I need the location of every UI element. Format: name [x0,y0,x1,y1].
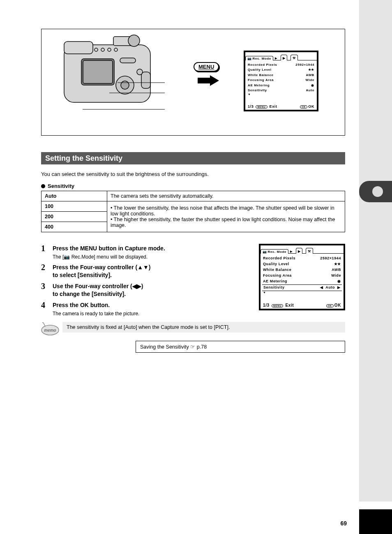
lcd-value: 2592×1944 [295,62,314,67]
lcd-tab-rec-mode: 📷 Rec. Mode [261,249,288,254]
arrow-right-icon [198,74,221,87]
lcd-label: Quality Level [248,67,272,72]
chevron-right-icon: ▶ [337,285,341,289]
iso-auto-key: Auto [42,191,107,201]
step-number: 1 [41,244,48,260]
iso-200-key: 200 [42,212,107,222]
lcd-tab-rec-mode: 📷 Rec. Mode [245,56,273,60]
bottom-black-block [359,509,392,534]
scroll-down-icon: ▼ [263,291,341,294]
lcd-page-indicator: 1/3 MENU Exit [248,104,277,109]
play-icon: ▶ [298,250,301,253]
sensitivity-table: Auto The camera sets the sensitivity aut… [41,191,345,232]
lcd-label: Focusing Area [263,273,292,279]
camera-icon: 📷 [263,250,267,254]
callout-lines [42,29,165,136]
step-text: Press the MENU button in Capture mode. [53,245,165,252]
tab-scroll-right-icon: ▶ [275,57,277,60]
lcd-tab-setup: ⚒ [291,55,298,60]
lcd-label: Sensitivity [248,88,267,93]
scroll-down-icon: ▼ [248,93,314,96]
step-text: Use the Four-way controller (◀▶) [53,282,143,290]
menu-button-pill: MENU [194,62,219,72]
table-row: Auto The camera sets the sensitivity aut… [42,191,345,201]
chevron-left-icon: ◀ [320,285,323,289]
sub-heading-label: Sensitivity [48,183,74,189]
svg-text:memo: memo [44,328,56,333]
ok-icon: OK [326,304,334,307]
lcd-value: Auto [306,88,314,93]
lcd-ok-indicator: OKOK [325,303,341,307]
camera-icon: 📷 [247,57,252,60]
iso-auto-desc: The camera sets the sensitivity automati… [107,191,345,201]
lcd-label: AE Metering [263,279,287,284]
step-number: 4 [41,301,48,317]
cross-reference-box: Saving the Sensitivity ☞ p.78 [136,341,345,353]
metering-icon: ◉ [311,83,314,88]
step-number: 3 [41,282,48,298]
lcd-value: AWB [306,73,314,78]
right-margin-strip [359,0,392,502]
lcd-label: White Balance [248,73,273,78]
lcd-value: AWB [332,267,341,273]
intro-text: You can select the sensitivity to suit t… [41,171,345,177]
lcd-row-selected: Sensitivity ◀ Auto ▶ [262,284,342,291]
lcd-label: AE Metering [248,83,270,88]
lcd-value: ◀ Auto ▶ [320,285,342,291]
lcd-label: Quality Level [263,261,289,267]
play-icon: ▶ [283,56,286,60]
step-text: to select [Sensitivity]. [53,271,151,279]
tab-scroll-right-icon: ▶ [290,250,293,253]
iso-100-key: 100 [42,201,107,212]
lcd-value: Wide [306,78,314,83]
ok-icon: OK [300,105,307,109]
step-subtext: The [📷 Rec.Mode] menu will be displayed. [53,254,165,260]
metering-icon: ◉ [337,279,341,284]
table-row: 100 • The lower the sensitivity, the les… [42,201,345,212]
memo-icon: memo [41,322,59,336]
lcd-tab-playback: ▶ [296,248,303,254]
lcd-tab-label: Rec. Mode [253,57,271,60]
bullet-icon [41,184,45,188]
lcd-value: ★★ [334,261,341,267]
step-subtext: The camera is ready to take the picture. [53,310,139,317]
steps-block: 1 Press the MENU button in Capture mode.… [41,244,345,317]
iso-desc-line: • The lower the sensitivity, the less no… [111,205,341,217]
lcd-screen-2: 📷 Rec. Mode ▶ ▶ ⚒ Recorded Pixels2592×19… [259,244,345,310]
lcd-value: 2592×1944 [320,256,341,261]
lcd-page-indicator: 1/3 MENU Exit [263,303,294,307]
memo-text: The sensitivity is fixed at [Auto] when … [62,322,345,333]
lcd-label: Focusing Area [248,78,274,83]
memo-callout: memo The sensitivity is fixed at [Auto] … [41,322,345,336]
chapter-thumb-tab [359,181,392,202]
lcd-tab-label: Rec. Mode [268,250,286,254]
lcd-value: Wide [331,273,341,279]
iso-desc-line: • The higher the sensitivity, the faster… [111,217,341,228]
page-number: 69 [340,520,347,527]
iso-400-key: 400 [42,222,107,232]
lcd-tab-setup: ⚒ [306,248,313,254]
step-text: Press the Four-way controller (▲▼) [53,264,151,271]
step-text: Press the OK button. [53,301,139,309]
step-number: 2 [41,263,48,279]
setup-icon: ⚒ [293,56,296,60]
section-title: Setting the Sensitivity [45,154,122,163]
lcd-value: ★★ [308,67,314,72]
lcd-label: Recorded Pixels [248,62,277,67]
lcd-ok-indicator: OKOK [299,104,314,109]
svg-marker-18 [198,75,219,86]
lcd-label: White Balance [263,267,291,273]
lcd-label: Sensitivity [262,285,285,291]
setup-icon: ⚒ [308,250,311,253]
sub-heading: Sensitivity [41,183,349,189]
iso-merged-desc: • The lower the sensitivity, the less no… [107,201,345,232]
lcd-tab-playback: ▶ [281,55,288,60]
step-text: to change the [Sensitivity]. [53,290,143,298]
section-heading-bar: Setting the Sensitivity [41,152,345,164]
lcd-label: Recorded Pixels [263,256,295,261]
lcd-screen-1: 📷 Rec. Mode ▶ ▶ ⚒ Recorded Pixels2592×19… [244,51,318,111]
figure-panel: MENU 📷 Rec. Mode ▶ ▶ ⚒ Recorded Pixels25… [41,29,345,136]
